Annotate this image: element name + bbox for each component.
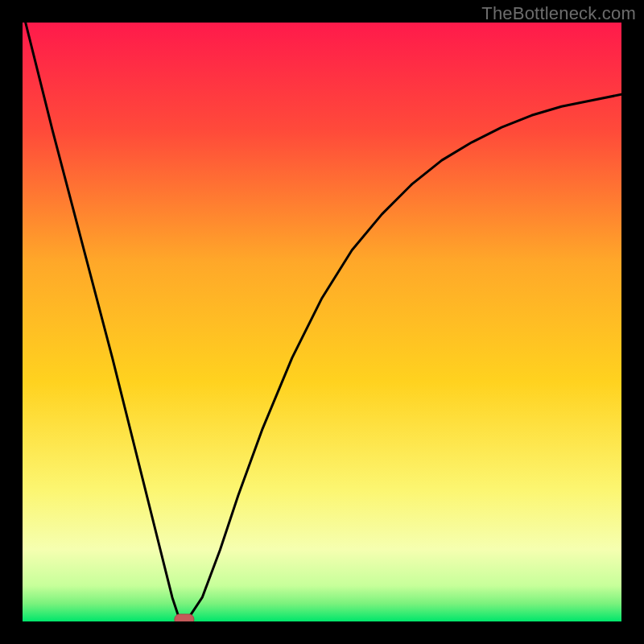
- chart-frame: [23, 23, 621, 621]
- optimal-marker: [175, 614, 194, 621]
- gradient-background: [23, 23, 621, 621]
- bottleneck-chart: [23, 23, 621, 621]
- watermark-text: TheBottleneck.com: [481, 3, 636, 24]
